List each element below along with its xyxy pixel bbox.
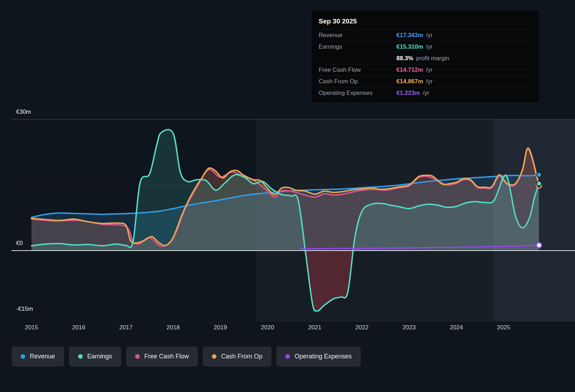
series-end-dot-revenue xyxy=(536,172,541,177)
x-axis-label: 2015 xyxy=(18,324,46,331)
legend-item-label: Revenue xyxy=(30,353,55,360)
x-axis-label: 2025 xyxy=(490,324,518,331)
tooltip-row-revenue: Revenue €17.343m /yr xyxy=(319,29,532,41)
x-axis-label: 2023 xyxy=(395,324,423,331)
legend-item-label: Cash From Op xyxy=(221,353,262,360)
tooltip-row-free-cash-flow: Free Cash Flow €14.712m /yr xyxy=(319,64,532,76)
y-axis-label: €30m xyxy=(16,108,31,115)
chart-page: €30m€0-€15m 2015201620172018201920202021… xyxy=(0,0,575,392)
legend-dot-icon xyxy=(78,354,83,359)
x-axis-label: 2021 xyxy=(301,324,329,331)
x-axis-label: 2017 xyxy=(112,324,140,331)
x-axis-label: 2016 xyxy=(65,324,93,331)
tooltip-row-profit-margin: 88.3% profit margin xyxy=(319,52,532,64)
legend-item-label: Earnings xyxy=(87,353,112,360)
x-axis-label: 2024 xyxy=(442,324,470,331)
series-end-dot-earnings xyxy=(536,181,541,186)
tooltip-row-earnings: Earnings €15.310m /yr xyxy=(319,41,532,52)
legend-item-free-cash-flow[interactable]: Free Cash Flow xyxy=(126,346,198,366)
legend-item-label: Operating Expenses xyxy=(295,353,352,360)
legend-dot-icon xyxy=(212,354,216,359)
legend-dot-icon xyxy=(135,354,140,359)
legend-item-revenue[interactable]: Revenue xyxy=(12,346,64,366)
legend-dot-icon xyxy=(285,354,290,359)
tooltip-date: Sep 30 2025 xyxy=(319,15,532,29)
legend: RevenueEarningsFree Cash FlowCash From O… xyxy=(12,346,361,366)
legend-item-cash-from-op[interactable]: Cash From Op xyxy=(203,346,271,366)
legend-dot-icon xyxy=(21,354,25,359)
legend-item-earnings[interactable]: Earnings xyxy=(69,346,121,366)
x-axis-label: 2018 xyxy=(159,324,187,331)
y-axis-label: €0 xyxy=(16,240,23,247)
tooltip-panel: Sep 30 2025 Revenue €17.343m /yr Earning… xyxy=(312,10,539,102)
y-axis-label: -€15m xyxy=(16,306,33,313)
x-axis-label: 2019 xyxy=(206,324,234,331)
tooltip-row-cash-from-op: Cash From Op €14.867m /yr xyxy=(319,76,532,87)
tooltip-row-operating-expenses: Operating Expenses €1.223m /yr xyxy=(319,87,532,99)
series-end-dot-operating-expenses xyxy=(536,243,542,248)
x-axis-label: 2020 xyxy=(254,324,282,331)
legend-item-label: Free Cash Flow xyxy=(144,353,189,360)
legend-item-operating-expenses[interactable]: Operating Expenses xyxy=(276,346,361,366)
x-axis-label: 2022 xyxy=(348,324,376,331)
